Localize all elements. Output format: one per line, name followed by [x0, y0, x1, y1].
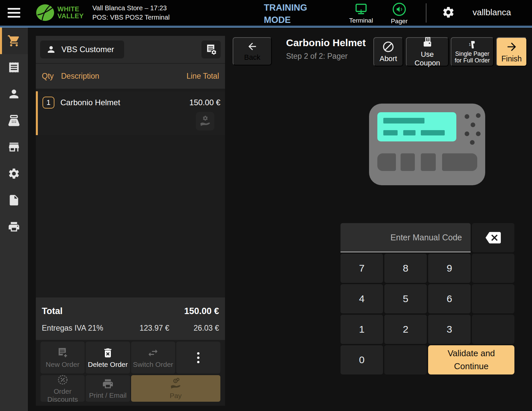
customer-button[interactable]: VBS Customer — [40, 41, 124, 58]
line-total-value: 150.00 € — [190, 98, 220, 107]
pager-status[interactable]: Pager — [385, 2, 414, 25]
pager-button — [421, 153, 436, 171]
sidebar-item-customers[interactable] — [0, 81, 28, 107]
backspace-key[interactable] — [472, 223, 514, 252]
keypad-empty-cell — [472, 315, 514, 344]
order-settings-button[interactable] — [201, 41, 221, 58]
terminal-label: Terminal — [349, 17, 373, 24]
print-station-icon — [8, 220, 20, 233]
keypad-key-5[interactable]: 5 — [384, 284, 427, 313]
order-line-list: 1 Carbonio Helmet 150.00 € — [36, 89, 225, 297]
line-service-button[interactable] — [196, 112, 214, 130]
customer-row: VBS Customer — [36, 36, 225, 63]
order-table-header: Qty Description Line Total — [36, 63, 225, 89]
qty-column-header: Qty — [42, 72, 61, 81]
settings-gear-icon[interactable] — [442, 6, 455, 19]
pager-label: Pager — [391, 18, 408, 25]
menu-icon[interactable] — [0, 8, 28, 18]
more-vertical-icon — [197, 352, 199, 363]
pager-speaker-dot — [465, 114, 469, 119]
workflow-step-subtitle: Step 2 of 2: Pager — [286, 52, 372, 61]
order-panel: VBS Customer Qty Description Line Total — [36, 36, 225, 406]
workflow-title: Carbonio Helmet — [286, 37, 372, 48]
order-discounts-button[interactable]: Order Discounts — [40, 375, 85, 402]
swap-receipts-icon — [147, 347, 159, 359]
pager-button — [401, 153, 415, 171]
pos-terminal-name: POS: VBS POS2 Terminal — [92, 13, 170, 22]
pager-device-illustration — [369, 104, 485, 185]
more-actions-button[interactable] — [176, 342, 220, 373]
keypad-key-0[interactable]: 0 — [341, 345, 383, 374]
sidebar-item-sale-cart[interactable] — [0, 28, 28, 54]
receipt-gear-icon — [205, 43, 217, 55]
scanner-gun-icon: 1 — [467, 40, 478, 50]
switch-order-button[interactable]: Switch Order — [131, 342, 175, 373]
pager-button — [442, 153, 477, 171]
pos-app: WHITE VALLEY Vall Blanca Store – 17:23 P… — [0, 0, 532, 411]
brand-logo-text: WHITE VALLEY — [57, 6, 84, 20]
manual-code-keypad: 7 8 9 4 5 6 1 2 3 0 Validate and Continu… — [341, 223, 514, 374]
header-divider — [426, 3, 426, 23]
training-mode-badge: TRAINING MODE — [264, 2, 320, 26]
svg-text:1: 1 — [469, 42, 471, 46]
sidebar-item-settings[interactable] — [0, 160, 28, 187]
sidebar-item-documents[interactable] — [0, 187, 28, 213]
keypad-key-4[interactable]: 4 — [341, 284, 383, 313]
new-order-button[interactable]: New Order — [40, 342, 85, 373]
username[interactable]: vallblanca — [473, 7, 511, 18]
use-coupon-button[interactable]: Use Coupon — [406, 37, 449, 66]
store-name-time: Vall Blanca Store – 17:23 — [92, 3, 170, 13]
top-header: WHITE VALLEY Vall Blanca Store – 17:23 P… — [0, 0, 532, 25]
workflow-title-block: Carbonio Helmet Step 2 of 2: Pager — [286, 37, 372, 61]
pager-speaker-dot — [476, 131, 481, 136]
single-pager-button[interactable]: 1 Single Pager for Full Order — [451, 37, 494, 66]
sidebar-item-orders[interactable] — [0, 54, 28, 81]
hand-gear-icon — [199, 115, 211, 127]
sidebar-item-print-station[interactable] — [0, 213, 28, 240]
tax-label: Entregas IVA 21% — [42, 324, 110, 333]
description-column-header: Description — [61, 72, 187, 81]
pager-speaker-dot — [470, 140, 475, 145]
pager-speaker-icon — [392, 2, 406, 16]
order-totals: Total 150.00 € Entregas IVA 21% 123.97 €… — [36, 297, 225, 340]
settings-icon — [8, 167, 20, 180]
back-button[interactable]: Back — [233, 37, 272, 65]
delete-order-button[interactable]: Delete Order — [86, 342, 130, 373]
coupon-printer-icon — [421, 36, 434, 49]
finish-button[interactable]: Finish — [496, 37, 527, 66]
tax-base-value: 123.97 € — [110, 324, 169, 333]
keypad-key-9[interactable]: 9 — [428, 254, 471, 283]
sidebar-nav — [0, 28, 28, 411]
line-qty-badge: 1 — [42, 97, 54, 109]
keypad-key-7[interactable]: 7 — [341, 254, 383, 283]
store-info: Vall Blanca Store – 17:23 POS: VBS POS2 … — [92, 3, 170, 22]
printer-icon — [102, 378, 114, 390]
header-accent-line — [0, 25, 532, 28]
pager-button — [377, 153, 396, 171]
pager-speaker-dot — [476, 113, 481, 118]
line-total-column-header: Line Total — [187, 72, 219, 81]
manual-code-input[interactable] — [341, 223, 471, 252]
arrow-back-icon — [247, 41, 258, 52]
pay-button[interactable]: Pay — [131, 375, 221, 402]
sidebar-item-store[interactable] — [0, 134, 28, 160]
keypad-key-2[interactable]: 2 — [384, 315, 427, 344]
customer-icon — [46, 44, 56, 54]
customers-icon — [7, 87, 21, 101]
order-actions-grid: New Order Delete Order Switch Order — [40, 342, 220, 402]
documents-icon — [8, 194, 20, 206]
print-email-button[interactable]: Print / Email — [86, 375, 130, 402]
total-value: 150.00 € — [184, 306, 219, 316]
abort-button[interactable]: Abort — [373, 37, 403, 66]
sidebar-item-cash-register[interactable] — [0, 107, 28, 134]
brand-logo: WHITE VALLEY — [36, 4, 84, 21]
terminal-status[interactable]: Terminal — [343, 2, 379, 24]
keypad-key-1[interactable]: 1 — [341, 315, 383, 344]
validate-continue-button[interactable]: Validate and Continue — [428, 345, 514, 374]
keypad-key-3[interactable]: 3 — [428, 315, 471, 344]
keypad-key-6[interactable]: 6 — [428, 284, 471, 313]
terminal-monitor-icon — [354, 2, 368, 16]
order-line-selected[interactable]: 1 Carbonio Helmet 150.00 € — [36, 91, 225, 135]
orders-receipt-icon — [8, 61, 20, 74]
keypad-key-8[interactable]: 8 — [384, 254, 427, 283]
